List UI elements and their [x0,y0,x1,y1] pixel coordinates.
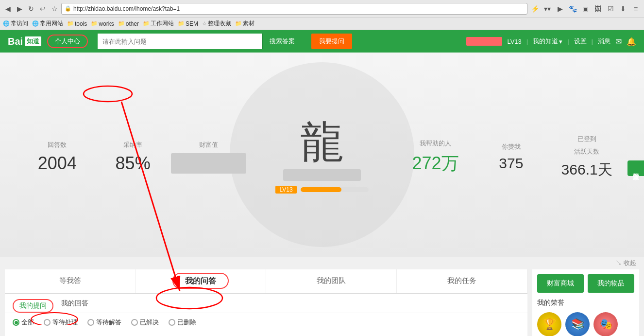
chevron-down-icon: ▾ [559,38,562,45]
main-tabs: 等我答 我的问答 我的团队 我的任务 [5,269,527,294]
mail-icon[interactable]: ✉ [615,37,622,46]
search-input[interactable] [98,34,262,49]
bookmark-label: works [99,20,114,27]
filter-all[interactable]: 全部 [13,318,34,327]
settings-link[interactable]: 设置 [574,37,587,46]
bookmark-label: tools [75,20,87,27]
wealth-value-blurred: ████ [171,153,247,174]
workspace-float-button[interactable]: 进入行家工作室 [627,160,644,176]
back-button[interactable]: ◀ [3,4,13,14]
divider3: | [592,38,593,45]
wealth-mall-button[interactable]: 财富商城 [537,274,584,293]
site-header: Bai 知道 个人中心 搜索答案 我要提问 ████ LV13 | 我的知道 ▾… [0,30,644,53]
forward-nav-icon[interactable]: ▶ [555,3,565,14]
active-value: 366.1天 [549,160,625,180]
bookmark-tools[interactable]: 📁 tools [67,20,87,27]
bookmark-icon: 🌐 [3,20,10,27]
sub-tab-myquestions[interactable]: 我的提问 [13,299,53,313]
level-bar-container: LV13 [275,186,368,194]
nav-down-icon[interactable]: ▾▾ [542,3,553,14]
filter-waiting-answer[interactable]: 等待解答 [87,318,121,327]
bookmark-label: 常访问 [11,19,28,28]
folder-icon: 📁 [178,20,185,27]
radio-unselected-icon [131,319,138,326]
tab-waitme[interactable]: 等我答 [5,269,136,293]
search-area: 搜索答案 [98,34,302,49]
history-button[interactable]: ↩ [38,4,48,14]
level-label: LV13 [275,186,296,194]
adoption-label: 采纳率 [95,141,171,149]
stats-container: 回答数 2004 采纳率 85% 财富值 ████ 龍 ████████ LV1… [0,121,644,194]
radio-unselected-icon [169,319,175,326]
left-panel: 等我答 我的问答 我的团队 我的任务 我的提问 我的回答 [5,269,527,336]
stat-answer-count: 回答数 2004 [19,141,95,174]
filter-resolved-label: 已解决 [140,318,159,327]
bookmark-label: 整理收藏 [208,19,231,28]
honor-title: 我的荣誉 [537,299,634,307]
praise-label: 你赞我 [474,142,549,151]
bookmark-organize[interactable]: ☆ 整理收藏 [202,19,231,28]
download-icon[interactable]: ⬇ [618,3,628,14]
browser-chrome: ◀ ▶ ↻ ↩ ☆ 🔒 http://zhidao.baidu.com/ihom… [0,0,644,30]
praise-value: 375 [474,155,549,172]
sub-tab-myanswers[interactable]: 我的回答 [61,299,88,313]
filter-pending[interactable]: 等待处理 [44,318,78,327]
my-zhidao-link[interactable]: 我的知道 ▾ [533,37,562,46]
collapse-link[interactable]: ↘ 收起 [615,259,636,266]
screen-icon[interactable]: ▣ [580,3,591,14]
tab-mytask[interactable]: 我的任务 [397,269,527,293]
bookmark-sem[interactable]: 📁 SEM [178,20,198,27]
filter-deleted-label: 已删除 [177,318,196,327]
bookmark-works[interactable]: 📁 works [91,20,114,27]
folder-icon: 📁 [91,20,98,27]
menu-icon[interactable]: ≡ [630,3,641,14]
personal-center-button[interactable]: 个人中心 [47,35,88,48]
bookmark-changfangwen[interactable]: 🌐 常访问 [3,19,28,28]
adoption-value: 85% [95,153,171,174]
star-icon: ☆ [202,20,207,27]
my-items-button[interactable]: 我的物品 [588,274,634,293]
radio-inner [15,321,18,324]
right-sidebar: 财富商城 我的物品 我的荣誉 🏆 📚 🎭 [532,269,639,336]
dragon-logo: 龍 [300,121,344,164]
honor-badge-pink: 🎭 [593,312,618,336]
star-button[interactable]: ☆ [50,4,59,14]
level-bar-fill [301,187,341,192]
lightning-icon[interactable]: ⚡ [529,3,540,14]
tab-myqa[interactable]: 我的问答 [136,269,266,293]
filter-row: 全部 等待处理 等待解答 已解决 已删除 [5,313,527,332]
tab-myteam[interactable]: 我的团队 [266,269,397,293]
bookmark-gongzuowangzhan[interactable]: 📁 工作网站 [143,19,174,28]
stat-active-days: 已登到 活跃天数 366.1天 [549,135,625,180]
search-button[interactable]: 搜索答案 [262,34,302,49]
username-display: ████████ [283,169,360,181]
bookmark-material[interactable]: 📁 素材 [235,19,254,28]
check-icon[interactable]: ☑ [605,3,616,14]
filter-resolved[interactable]: 已解决 [131,318,159,327]
bookmark-changyongwangzhan[interactable]: 🌐 常用网站 [32,19,63,28]
folder-icon: 📁 [235,20,242,27]
level-progress-bar [301,187,369,192]
filter-deleted[interactable]: 已删除 [169,318,196,327]
collapse-arrow-icon: ↘ [615,259,622,266]
bell-icon[interactable]: 🔔 [627,37,636,46]
bookmark-label: 工作网站 [151,19,174,28]
stat-adoption-rate: 采纳率 85% [95,141,171,174]
site-logo: Bai 知道 [8,36,41,47]
help-value: 272万 [398,152,474,176]
paw-icon[interactable]: 🐾 [567,3,578,14]
address-bar[interactable]: 🔒 http://zhidao.baidu.com/ihome/ask?tab=… [61,3,527,15]
messages-link[interactable]: 消息 [598,37,610,46]
bookmark-label: 常用网站 [40,19,63,28]
folder-icon: 📁 [143,20,150,27]
content-area: 等我答 我的问答 我的团队 我的任务 我的提问 我的回答 [0,269,644,336]
refresh-button[interactable]: ↻ [26,4,36,14]
image-icon[interactable]: 🖼 [593,3,603,14]
main-content: 回答数 2004 采纳率 85% 财富值 ████ 龍 ████████ LV1… [0,53,644,336]
active-label: 活跃天数 [549,147,625,156]
ask-button[interactable]: 我要提问 [311,34,352,49]
forward-button[interactable]: ▶ [15,4,24,14]
radio-selected-icon [13,319,19,326]
bookmark-other[interactable]: 📁 other [118,20,139,27]
stat-help: 我帮助的人 272万 [398,139,474,176]
